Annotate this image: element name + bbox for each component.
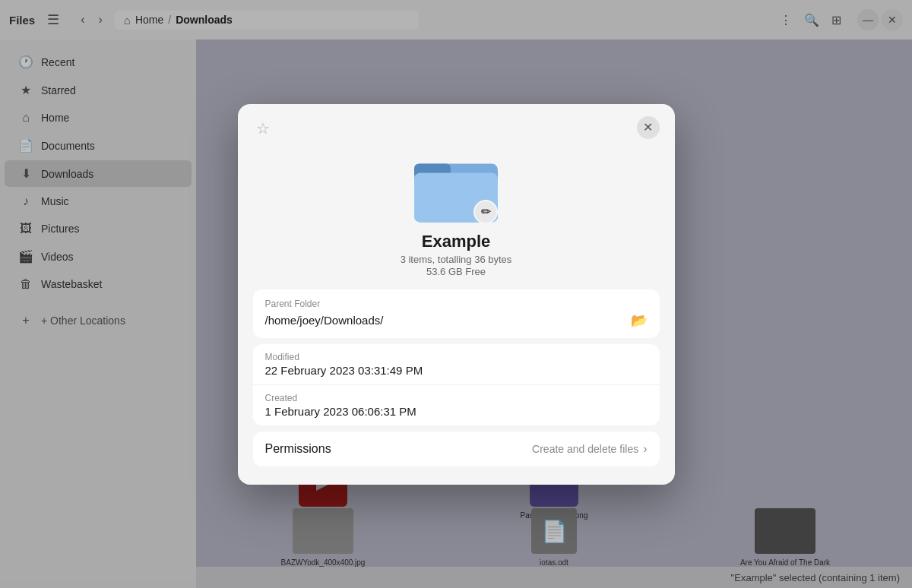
permissions-label: Permissions — [265, 442, 331, 456]
folder-free-space: 53.6 GB Free — [238, 266, 675, 277]
folder-subtitle: 3 items, totalling 36 bytes — [238, 254, 675, 265]
permissions-card[interactable]: Permissions Create and delete files › — [253, 432, 660, 466]
folder-icon-area: ✏ — [238, 141, 675, 224]
chevron-right-icon: › — [643, 442, 647, 456]
folder-name: Example — [238, 232, 675, 251]
created-row: Created 1 February 2023 06:06:31 PM — [253, 385, 660, 425]
edit-badge-button[interactable]: ✏ — [473, 200, 498, 224]
open-folder-icon[interactable]: 📂 — [631, 312, 648, 329]
permissions-value: Create and delete files — [532, 443, 638, 455]
folder-icon-container: ✏ — [414, 148, 498, 224]
created-value: 1 February 2023 06:06:31 PM — [265, 405, 648, 418]
star-button[interactable]: ☆ — [253, 116, 273, 141]
modified-row: Modified 22 February 2023 03:31:49 PM — [253, 344, 660, 385]
parent-folder-card: Parent Folder /home/joey/Downloads/ 📂 — [253, 289, 660, 338]
properties-dialog: ☆ ✕ ✏ Example 3 items, totalli — [238, 104, 675, 485]
modified-label: Modified — [265, 352, 648, 362]
files-window: Files ☰ ‹ › ⌂ Home / Downloads ⋮ 🔍 ⊞ — ✕… — [0, 0, 912, 588]
modified-value: 22 February 2023 03:31:49 PM — [265, 364, 648, 377]
modal-header: ☆ ✕ — [238, 104, 675, 141]
parent-folder-label: Parent Folder — [265, 299, 648, 309]
modal-body: Parent Folder /home/joey/Downloads/ 📂 Mo… — [238, 277, 675, 466]
modal-overlay: ☆ ✕ ✏ Example 3 items, totalli — [0, 0, 912, 588]
edit-icon: ✏ — [481, 204, 491, 219]
dates-card: Modified 22 February 2023 03:31:49 PM Cr… — [253, 344, 660, 425]
parent-folder-row: /home/joey/Downloads/ 📂 — [265, 312, 648, 329]
parent-folder-value: /home/joey/Downloads/ — [265, 314, 384, 327]
dialog-close-button[interactable]: ✕ — [637, 116, 660, 139]
created-label: Created — [265, 393, 648, 403]
permissions-right: Create and delete files › — [532, 442, 647, 456]
